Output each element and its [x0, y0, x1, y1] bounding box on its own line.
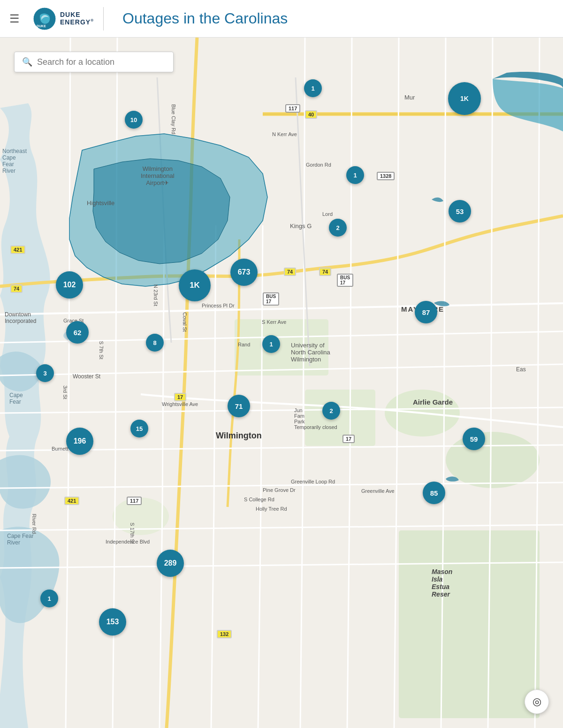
marker-m62[interactable]: 62	[66, 321, 89, 344]
svg-rect-5	[305, 390, 375, 446]
app-header: ☰ DUKE DUKE ENERGY® Outages in the Carol…	[0, 0, 563, 38]
svg-rect-4	[235, 319, 328, 375]
marker-m153[interactable]: 153	[99, 608, 126, 636]
svg-text:DUKE: DUKE	[37, 24, 46, 28]
search-box[interactable]: 🔍	[14, 52, 174, 72]
svg-rect-8	[399, 530, 540, 718]
badge-74a: 74	[284, 268, 296, 276]
badge-421b: 421	[64, 497, 79, 505]
marker-m15[interactable]: 15	[130, 420, 148, 437]
marker-m87[interactable]: 87	[415, 301, 437, 323]
hamburger-icon[interactable]: ☰	[9, 12, 20, 25]
marker-m102[interactable]: 102	[56, 271, 83, 299]
badge-74b: 74	[319, 268, 331, 276]
map-background-svg	[0, 38, 563, 728]
marker-m10[interactable]: 10	[125, 111, 143, 129]
badge-17: 17	[174, 393, 186, 401]
marker-m1_c[interactable]: 1	[262, 335, 280, 353]
search-input[interactable]	[37, 57, 166, 67]
badge-17d: 17	[342, 435, 355, 443]
badge-40: 40	[305, 110, 317, 119]
badge-1328: 1328	[377, 172, 395, 180]
svg-point-7	[446, 432, 540, 488]
marker-m1k_top[interactable]: 1K	[448, 82, 481, 115]
badge-117b: 117	[127, 497, 142, 505]
marker-m289[interactable]: 289	[157, 550, 184, 577]
badge-bus17: BUS17	[263, 292, 279, 306]
marker-m8[interactable]: 8	[146, 334, 164, 352]
marker-m1k[interactable]: 1K	[179, 269, 211, 301]
badge-132: 132	[217, 630, 232, 638]
marker-m59[interactable]: 59	[463, 428, 485, 450]
marker-m1_r[interactable]: 1	[346, 166, 364, 184]
search-icon: 🔍	[22, 57, 32, 67]
logo-text-duke: DUKE	[60, 11, 94, 18]
map-container: 🔍 NortheastCapeFearRiver Hightsville Wil…	[0, 38, 563, 728]
marker-m3[interactable]: 3	[36, 364, 54, 382]
marker-m1_b[interactable]: 1	[40, 590, 58, 607]
marker-m85[interactable]: 85	[423, 482, 445, 504]
marker-m71[interactable]: 71	[228, 395, 250, 417]
logo-text-energy: ENERGY®	[60, 19, 94, 26]
logo-area: DUKE DUKE ENERGY®	[33, 7, 104, 31]
page-title: Outages in the Carolinas	[122, 10, 288, 27]
badge-421a: 421	[10, 245, 25, 254]
marker-m2_j[interactable]: 2	[322, 402, 340, 420]
marker-m1[interactable]: 1	[304, 79, 322, 97]
badge-bus17b: BUS17	[337, 274, 353, 287]
duke-energy-logo: DUKE	[33, 7, 56, 31]
marker-m196[interactable]: 196	[66, 428, 93, 455]
marker-m2_k[interactable]: 2	[329, 219, 347, 237]
location-button[interactable]: ◎	[525, 690, 549, 714]
badge-117: 117	[285, 104, 300, 113]
location-icon: ◎	[533, 696, 541, 708]
badge-74c: 74	[10, 284, 23, 293]
marker-m53[interactable]: 53	[449, 200, 471, 222]
marker-m673[interactable]: 673	[230, 259, 258, 286]
